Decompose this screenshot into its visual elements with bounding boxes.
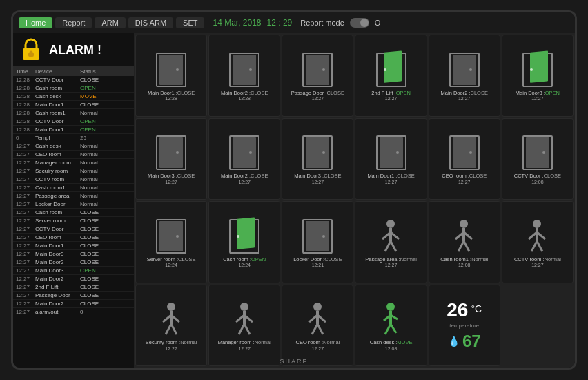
svg-point-57 <box>237 235 239 238</box>
svg-line-73 <box>458 241 464 251</box>
grid-cell[interactable]: Cash room :OPEN 12:24 <box>208 201 280 283</box>
cell-name: Cash desk :MOVE <box>370 339 413 345</box>
door-icon <box>227 217 262 255</box>
grid-cell[interactable]: Manager room :Normal 12:27 <box>208 285 280 367</box>
svg-line-98 <box>317 324 323 334</box>
log-device: CCTV room <box>35 176 80 182</box>
svg-point-69 <box>460 220 468 228</box>
cell-name: Main Door3 :CLOSE <box>294 173 341 179</box>
grid-cell[interactable]: Server room :CLOSE 12:24 <box>135 201 207 283</box>
svg-point-9 <box>249 68 252 71</box>
log-row: 12:27 Main Door2 CLOSE <box>13 275 134 283</box>
log-device: Main Door2 <box>35 259 80 265</box>
svg-line-85 <box>166 324 171 334</box>
svg-rect-8 <box>233 55 256 85</box>
svg-rect-28 <box>159 137 183 168</box>
cell-time: 12:08 <box>514 180 561 185</box>
svg-line-86 <box>171 324 177 334</box>
log-device: Main Door1 <box>35 102 80 108</box>
grid-cell[interactable]: CEO room :Normal 12:27 <box>282 285 353 367</box>
log-time: 12:27 <box>16 209 35 216</box>
log-rows-container: 12:28 CCTV Door CLOSE 12:28 Cash room OP… <box>13 76 134 316</box>
grid-cell[interactable]: CEO room :CLOSE 12:27 <box>429 118 500 200</box>
log-row: 12:27 alarm/out 0 <box>13 308 134 316</box>
grid-cell[interactable]: Main Door3 :CLOSE 12:27 <box>135 118 207 200</box>
grid-cell[interactable]: Passage Door :CLOSE 12:27 <box>282 35 353 117</box>
log-status: CLOSE <box>80 251 111 257</box>
svg-point-5 <box>176 68 179 71</box>
svg-point-45 <box>469 151 472 154</box>
log-device: CEO room <box>35 151 80 158</box>
log-status: CLOSE <box>80 102 111 108</box>
cell-time: 12:08 <box>440 263 488 268</box>
svg-point-21 <box>469 68 472 71</box>
grid-cell[interactable]: Main Door1 :CLOSE 12:28 <box>135 35 207 117</box>
cell-name: 2nd F Lift :OPEN <box>371 90 411 96</box>
log-status: CLOSE <box>80 301 111 307</box>
svg-point-25 <box>530 68 533 71</box>
grid-cell[interactable]: Locker Door :CLOSE 12:21 <box>282 201 353 283</box>
svg-point-93 <box>313 303 322 311</box>
grid-cell[interactable]: Main Door2 :CLOSE 12:27 <box>429 35 500 117</box>
log-device: 2nd F Lift <box>35 284 80 290</box>
person-icon <box>156 300 187 338</box>
report-mode-toggle[interactable] <box>350 18 369 28</box>
log-time: 12:27 <box>16 276 35 282</box>
log-status: 26 <box>80 135 111 141</box>
grid-cell[interactable]: 2nd F Lift :OPEN 12:27 <box>355 35 427 117</box>
cell-name: Locker Door :CLOSE <box>293 256 342 263</box>
log-device: Secuiry room <box>35 168 80 174</box>
log-time: 12:28 <box>16 126 35 133</box>
nav-toggle-state: O <box>375 19 381 27</box>
cell-time: 12:21 <box>293 263 342 268</box>
grid-cell[interactable]: CCTV Door :CLOSE 12:08 <box>502 118 574 200</box>
log-time: 12:27 <box>16 184 35 191</box>
log-row: 12:28 Cash desk MOVE <box>13 93 134 101</box>
log-device: Main Door1 <box>35 243 80 249</box>
nav-report[interactable]: Report <box>55 17 92 28</box>
nav-disarm[interactable]: DIS ARM <box>128 17 173 28</box>
log-device: Cash room <box>35 85 80 91</box>
svg-point-99 <box>386 303 395 311</box>
grid-cell[interactable]: Cash desk :MOVE 12:08 <box>355 285 427 367</box>
monitor: Home Report ARM DIS ARM SET 14 Mar, 2018… <box>11 10 577 370</box>
grid-cell[interactable]: Security room :Normal 12:27 <box>135 285 207 367</box>
cell-label: CCTV Door :CLOSE 12:08 <box>514 173 561 185</box>
humidity-icon: 💧 <box>448 336 460 347</box>
cell-name: Main Door1 :CLOSE <box>148 90 195 96</box>
nav-arm[interactable]: ARM <box>95 17 125 28</box>
log-row: 12:27 CCTV room Normal <box>13 175 134 184</box>
grid-cell[interactable]: Main Door3 :OPEN 12:27 <box>502 35 574 117</box>
svg-rect-40 <box>380 137 403 168</box>
log-time: 12:27 <box>16 193 35 199</box>
grid-cell[interactable]: Main Door2 :CLOSE 12:27 <box>208 118 280 200</box>
grid-cell[interactable]: Main Door1 :CLOSE 12:27 <box>355 118 427 200</box>
nav-home[interactable]: Home <box>19 17 52 28</box>
log-time: 12:27 <box>16 284 35 290</box>
grid-cell[interactable]: Main Door3 :CLOSE 12:27 <box>282 118 353 200</box>
cell-label: Security room :Normal 12:27 <box>146 339 197 352</box>
cell-name: Main Door3 :CLOSE <box>148 173 195 179</box>
grid-cell[interactable]: 26 °C temperature 💧 67 <box>429 285 500 367</box>
log-row: 12:27 2nd F Lift CLOSE <box>13 283 134 292</box>
cell-label: Locker Door :CLOSE 12:21 <box>293 256 342 269</box>
svg-rect-20 <box>453 55 476 85</box>
svg-line-103 <box>385 324 391 334</box>
log-device: Cash desk <box>35 143 80 149</box>
svg-point-63 <box>386 220 395 228</box>
log-status: CLOSE <box>80 209 111 216</box>
nav-set[interactable]: SET <box>176 17 204 28</box>
svg-rect-24 <box>530 50 548 82</box>
cell-label: Cash room1 :Normal 12:08 <box>440 256 488 269</box>
log-status: CLOSE <box>80 226 111 232</box>
grid-cell[interactable]: Cash room1 :Normal 12:08 <box>429 201 500 283</box>
log-row: 12:27 Main Door2 CLOSE <box>13 300 134 308</box>
cell-label: Main Door3 :CLOSE 12:27 <box>148 173 195 185</box>
grid-cell[interactable]: Passage area :Normal 12:27 <box>355 201 427 283</box>
log-time: 12:27 <box>16 251 35 257</box>
svg-point-37 <box>322 151 325 154</box>
cell-label: Main Door3 :OPEN 12:27 <box>516 90 560 102</box>
grid-cell[interactable]: Main Door2 :CLOSE 12:28 <box>208 35 280 117</box>
svg-rect-52 <box>159 221 183 251</box>
grid-cell[interactable]: CCTV room :Normal 12:27 <box>502 201 574 283</box>
